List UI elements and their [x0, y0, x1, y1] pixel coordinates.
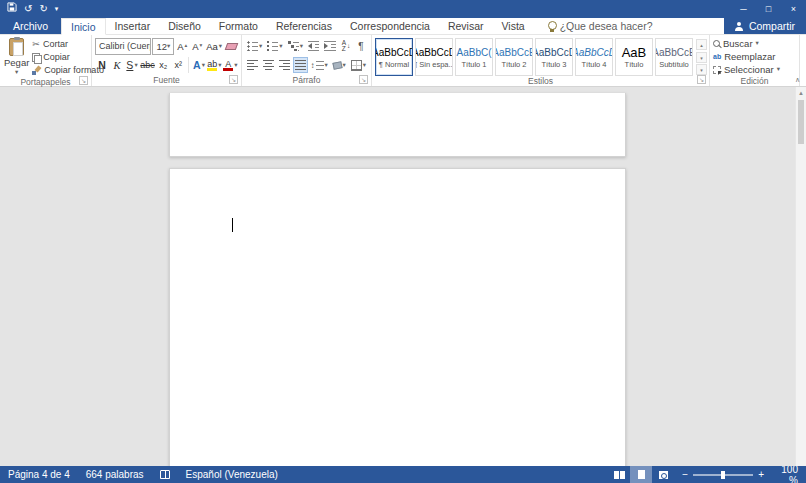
clipboard-dialog-launcher-icon[interactable]: ↘ — [79, 76, 88, 85]
font-color-button[interactable]: A ▾ — [223, 57, 238, 73]
zoom-level[interactable]: 100 % — [772, 464, 806, 483]
qat-customize-icon[interactable]: ▾ — [55, 0, 59, 18]
tab-insertar[interactable]: Insertar — [106, 18, 160, 34]
justify-button[interactable] — [293, 57, 308, 73]
share-button[interactable]: Compartir — [724, 18, 806, 34]
align-left-button[interactable] — [245, 57, 260, 73]
change-case-button[interactable]: Aa ▾ — [205, 38, 223, 54]
change-case-caret-icon: ▾ — [219, 43, 222, 50]
web-layout-button[interactable] — [652, 466, 674, 483]
style-heading1[interactable]: AaBbC( Título 1 — [455, 38, 493, 76]
align-center-button[interactable] — [261, 57, 276, 73]
select-button[interactable]: Seleccionar ▾ — [713, 64, 780, 75]
tab-formato[interactable]: Formato — [210, 18, 267, 34]
tab-vista[interactable]: Vista — [493, 18, 534, 34]
tab-archivo[interactable]: Archivo — [0, 18, 61, 34]
superscript-label: x² — [174, 60, 182, 70]
proofing-status[interactable] — [152, 466, 178, 483]
style-normal[interactable]: AaBbCcD ¶ Normal — [375, 38, 413, 76]
tab-referencias[interactable]: Referencias — [267, 18, 341, 34]
text-effects-button[interactable]: A ▾ — [192, 57, 206, 73]
highlight-color-button[interactable]: ab ▾ — [207, 57, 222, 73]
zoom-out-button[interactable]: − — [682, 466, 688, 483]
style-heading4[interactable]: AaBbCcD Título 4 — [575, 38, 613, 76]
bullets-button[interactable]: ▾ — [245, 38, 264, 54]
styles-dialog-launcher-icon[interactable]: ↘ — [697, 75, 706, 84]
web-layout-icon — [659, 471, 668, 479]
vertical-scrollbar[interactable]: ▲ — [795, 87, 806, 466]
styles-group: AaBbCcD ¶ Normal AaBbCcD ¶ Sin espa... A… — [372, 35, 710, 86]
clear-formatting-button[interactable] — [224, 38, 238, 54]
styles-scroll-up-icon[interactable]: ▴ — [696, 39, 707, 50]
scroll-up-icon[interactable]: ▲ — [796, 87, 806, 99]
increase-indent-button[interactable] — [322, 38, 338, 54]
tab-inicio[interactable]: Inicio — [61, 18, 106, 35]
align-right-button[interactable] — [277, 57, 292, 73]
scrollbar-thumb[interactable] — [798, 100, 804, 144]
superscript-button[interactable]: x² — [171, 57, 185, 73]
multilevel-list-button[interactable]: ▾ — [286, 38, 305, 54]
save-icon[interactable] — [7, 0, 17, 18]
language-indicator[interactable]: Español (Venezuela) — [178, 466, 286, 483]
document-page-current[interactable] — [169, 168, 626, 466]
maximize-button[interactable]: □ — [756, 0, 781, 18]
style-subtitle[interactable]: AaBbCcE Subtítulo — [655, 38, 693, 76]
tab-revisar[interactable]: Revisar — [439, 18, 493, 34]
clipboard-icon — [9, 38, 24, 56]
subscript-button[interactable]: x₂ — [156, 57, 170, 73]
style-title[interactable]: AaB Título — [615, 38, 653, 76]
close-button[interactable]: × — [781, 0, 806, 18]
print-layout-button[interactable] — [630, 466, 652, 483]
minimize-button[interactable]: ─ — [731, 0, 756, 18]
show-marks-button[interactable]: ¶ — [354, 38, 368, 54]
decrease-indent-button[interactable] — [306, 38, 322, 54]
tell-me-box[interactable]: ¿Que desea hacer? — [548, 18, 653, 34]
clipboard-group: Pegar ▾ ✂ Cortar Copiar Copiar formato — [0, 35, 92, 86]
collapse-ribbon-icon[interactable]: ∧ — [795, 76, 800, 84]
zoom-slider[interactable] — [693, 474, 753, 476]
align-right-icon — [279, 60, 290, 70]
font-size-select[interactable]: 12 ▾ — [152, 38, 174, 55]
font-name-select[interactable]: Calibri (Cuerp ▾ — [95, 38, 151, 55]
undo-icon[interactable]: ↺ — [24, 0, 32, 18]
style-heading2[interactable]: AaBbCcE Título 2 — [495, 38, 533, 76]
font-dialog-launcher-icon[interactable]: ↘ — [229, 75, 238, 84]
underline-button[interactable]: S ▾ — [125, 57, 139, 73]
tab-correspondencia[interactable]: Correspondencia — [341, 18, 439, 34]
line-spacing-button[interactable]: ↕ ▾ — [309, 57, 330, 73]
word-count[interactable]: 664 palabras — [78, 466, 152, 483]
zoom-slider-thumb[interactable] — [721, 471, 725, 479]
quick-access-toolbar: ↺ ↻ ▾ — [0, 0, 58, 18]
shading-button[interactable]: ▾ — [331, 57, 348, 73]
grow-font-button[interactable]: A ▴ — [175, 38, 189, 54]
tab-diseno[interactable]: Diseño — [159, 18, 210, 34]
style-heading3[interactable]: AaBbCcD Título 3 — [535, 38, 573, 76]
redo-icon[interactable]: ↻ — [39, 0, 47, 18]
sort-button[interactable]: AZ ↓ — [339, 38, 353, 54]
shrink-font-button[interactable]: A ▾ — [190, 38, 204, 54]
paste-button[interactable]: Pegar ▾ — [3, 37, 30, 77]
style-preview: AaBbCcE — [655, 45, 693, 60]
styles-scroll-down-icon[interactable]: ▾ — [696, 52, 707, 63]
bold-button[interactable]: N — [95, 57, 109, 73]
decrease-indent-icon — [308, 41, 320, 51]
page-indicator[interactable]: Página 4 de 4 — [0, 466, 78, 483]
strikethrough-button[interactable]: abc — [140, 57, 155, 73]
font-name-value: Calibri (Cuerp — [99, 41, 151, 51]
zoom-in-button[interactable]: + — [758, 466, 764, 483]
italic-button[interactable]: K — [110, 57, 124, 73]
read-mode-button[interactable] — [608, 466, 630, 483]
status-bar: Página 4 de 4 664 palabras Español (Vene… — [0, 466, 806, 483]
font-size-caret-icon: ▾ — [167, 43, 170, 50]
brush-icon — [32, 66, 41, 75]
document-page-previous[interactable] — [169, 93, 626, 157]
style-preview: AaBbCcD — [375, 45, 413, 60]
style-no-spacing[interactable]: AaBbCcD ¶ Sin espa... — [415, 38, 453, 76]
find-button[interactable]: Buscar ▾ — [713, 38, 780, 49]
paragraph-dialog-launcher-icon[interactable]: ↘ — [359, 75, 368, 84]
line-spacing-caret-icon: ▾ — [325, 62, 328, 69]
borders-button[interactable]: ▾ — [349, 57, 368, 73]
styles-gallery-more-icon[interactable]: ▾ — [696, 64, 707, 75]
numbering-button[interactable]: ▾ — [265, 38, 284, 54]
replace-button[interactable]: ab Reemplazar — [713, 51, 780, 62]
